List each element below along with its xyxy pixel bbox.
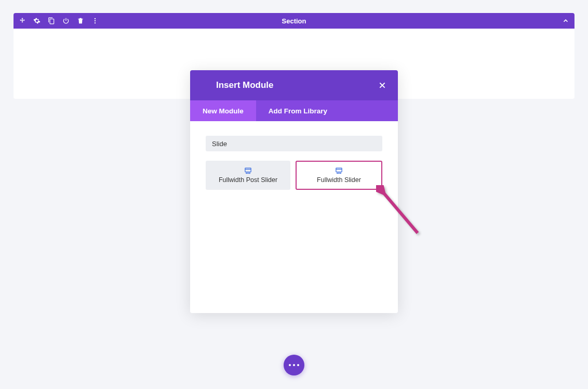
tab-add-from-library[interactable]: Add From Library — [256, 100, 340, 121]
trash-icon[interactable] — [77, 17, 84, 24]
slider-icon — [244, 167, 252, 174]
search-input[interactable] — [206, 136, 382, 151]
svg-point-1 — [95, 20, 96, 21]
svg-point-5 — [246, 173, 247, 173]
module-label: Fullwidth Slider — [317, 176, 361, 184]
svg-point-2 — [95, 22, 96, 23]
modal-header: Insert Module — [190, 70, 398, 100]
svg-point-10 — [337, 173, 338, 173]
move-icon[interactable] — [19, 17, 26, 24]
section-tools — [19, 17, 99, 24]
gear-icon[interactable] — [33, 17, 41, 24]
svg-point-7 — [249, 173, 250, 173]
power-icon[interactable] — [62, 17, 70, 24]
modal-title: Insert Module — [202, 80, 274, 90]
insert-module-modal: Insert Module New Module Add From Librar… — [190, 70, 398, 313]
svg-point-6 — [248, 173, 248, 173]
tab-new-module[interactable]: New Module — [190, 100, 256, 121]
duplicate-icon[interactable] — [48, 17, 55, 24]
page-actions-button[interactable] — [284, 355, 304, 375]
section-header: Section — [14, 13, 574, 29]
close-icon[interactable] — [378, 81, 386, 89]
section-title: Section — [282, 17, 306, 25]
svg-point-11 — [339, 173, 339, 173]
modal-body: Fullwidth Post Slider Fullwidth Slider — [190, 121, 398, 313]
svg-point-0 — [95, 18, 96, 19]
more-icon[interactable] — [91, 17, 99, 24]
module-fullwidth-slider[interactable]: Fullwidth Slider — [296, 161, 382, 190]
module-grid: Fullwidth Post Slider Fullwidth Slider — [206, 161, 382, 190]
module-fullwidth-post-slider[interactable]: Fullwidth Post Slider — [206, 161, 290, 190]
chevron-up-icon[interactable] — [562, 17, 569, 24]
svg-rect-3 — [245, 168, 251, 172]
modal-tabs: New Module Add From Library — [190, 100, 398, 121]
svg-point-12 — [340, 173, 341, 173]
svg-rect-8 — [336, 168, 342, 172]
slider-icon — [335, 167, 343, 174]
module-label: Fullwidth Post Slider — [219, 176, 277, 184]
